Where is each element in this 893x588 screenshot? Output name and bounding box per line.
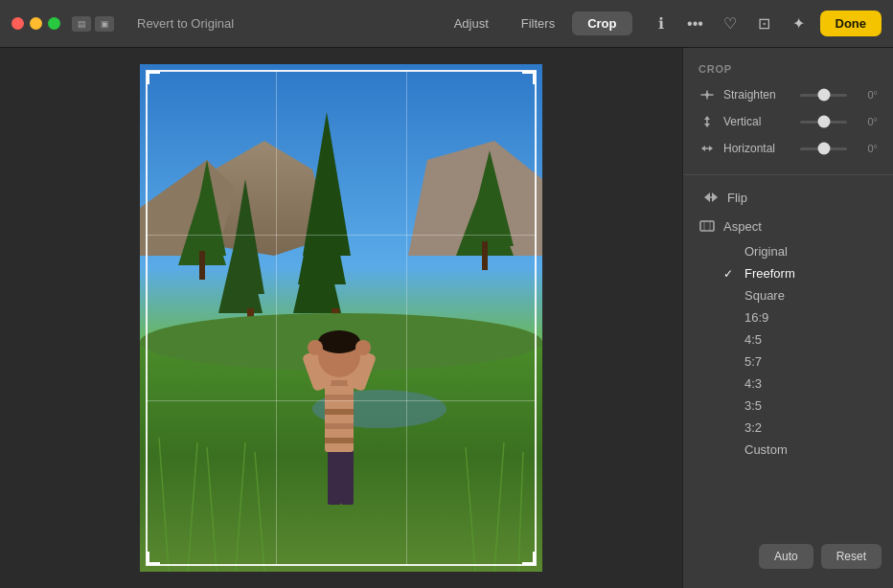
check-3x2 [723,421,737,435]
svg-rect-50 [700,221,714,231]
check-square [723,289,737,303]
tab-group: Adjust Filters Crop [439,11,632,35]
svg-point-43 [318,330,360,353]
horizontal-slider[interactable] [800,147,847,150]
toolbar-icons: ℹ ••• ♡ ⊡ ✦ [648,11,813,37]
magic-icon[interactable]: ✦ [786,11,813,37]
vertical-value: 0° [855,116,878,127]
svg-point-45 [355,340,371,355]
done-button[interactable]: Done [820,11,882,36]
straighten-slider[interactable] [800,94,847,97]
photo-wrapper[interactable] [140,64,542,572]
horizontal-row: Horizontal 0° [698,140,878,157]
right-panel: CROP Straighten 0° [682,48,893,588]
revert-button[interactable]: Revert to Original [129,12,241,34]
svg-rect-32 [328,447,341,505]
svg-rect-38 [325,423,354,429]
svg-rect-33 [341,447,354,505]
more-icon[interactable]: ••• [682,11,709,37]
panel-title: CROP [683,63,893,86]
photo-canvas [140,64,542,572]
check-custom [723,443,737,457]
check-original [723,245,737,259]
check-4x3 [723,377,737,391]
panel-bottom: Auto Reset [683,536,893,577]
vertical-label: Vertical [723,115,792,128]
check-3x5 [723,399,737,413]
aspect-list: Original ✓ Freeform Square 16:9 4:5 5:7 [683,240,893,461]
view-toggle-1[interactable]: ▤ [72,16,91,32]
vertical-icon [698,113,716,130]
minimize-button[interactable] [30,17,42,30]
share-icon[interactable]: ⊡ [751,11,778,37]
svg-point-46 [705,93,709,97]
aspect-item-square[interactable]: Square [723,284,893,306]
vertical-row: Vertical 0° [698,113,878,130]
svg-rect-6 [199,251,205,280]
traffic-lights [11,17,60,30]
maximize-button[interactable] [48,17,60,30]
svg-rect-36 [325,395,354,400]
flip-label: Flip [727,191,747,205]
photo-area [0,48,682,588]
horizontal-value: 0° [855,143,878,154]
tab-filters[interactable]: Filters [506,11,570,35]
straighten-icon [698,86,716,103]
horizontal-icon [698,140,716,157]
straighten-row: Straighten 0° [698,86,878,103]
svg-rect-39 [325,438,354,443]
aspect-item-5x7[interactable]: 5:7 [723,351,893,373]
titlebar: ▤ ▣ Revert to Original Adjust Filters Cr… [0,0,893,48]
aspect-item-3x5[interactable]: 3:5 [723,395,893,417]
aspect-item-custom[interactable]: Custom [723,439,893,461]
aspect-label: Aspect [723,219,762,234]
check-5x7 [723,355,737,369]
aspect-icon [698,217,716,235]
aspect-item-16x9[interactable]: 16:9 [723,306,893,328]
flip-icon [702,189,720,206]
photo-background [140,64,542,572]
check-4x5 [723,333,737,347]
reset-button[interactable]: Reset [821,544,882,569]
favorite-icon[interactable]: ♡ [717,11,744,37]
view-toggle-2[interactable]: ▣ [95,16,114,32]
aspect-item-freeform[interactable]: ✓ Freeform [723,262,893,284]
close-button[interactable] [11,17,24,30]
info-icon[interactable]: ℹ [648,11,675,37]
svg-rect-9 [482,241,488,270]
auto-button[interactable]: Auto [759,544,813,569]
main-content: CROP Straighten 0° [0,48,893,588]
tab-crop[interactable]: Crop [572,11,631,35]
straighten-value: 0° [855,89,878,101]
aspect-item-original[interactable]: Original [723,240,893,262]
check-16x9 [723,311,737,325]
aspect-item-3x2[interactable]: 3:2 [723,417,893,439]
straighten-label: Straighten [723,88,792,102]
aspect-item-4x3[interactable]: 4:3 [723,373,893,395]
aspect-item-4x5[interactable]: 4:5 [723,328,893,351]
landscape-svg [140,64,542,572]
vertical-slider[interactable] [800,121,847,124]
check-freeform: ✓ [723,267,737,281]
svg-rect-37 [325,409,354,415]
tab-adjust[interactable]: Adjust [439,11,504,35]
aspect-header[interactable]: Aspect [683,212,893,240]
svg-point-44 [308,340,323,355]
horizontal-label: Horizontal [723,142,792,155]
window-controls: ▤ ▣ [72,16,114,32]
flip-row[interactable]: Flip [687,183,889,212]
divider-1 [683,174,893,175]
sliders-section: Straighten 0° Vertical [683,86,893,167]
